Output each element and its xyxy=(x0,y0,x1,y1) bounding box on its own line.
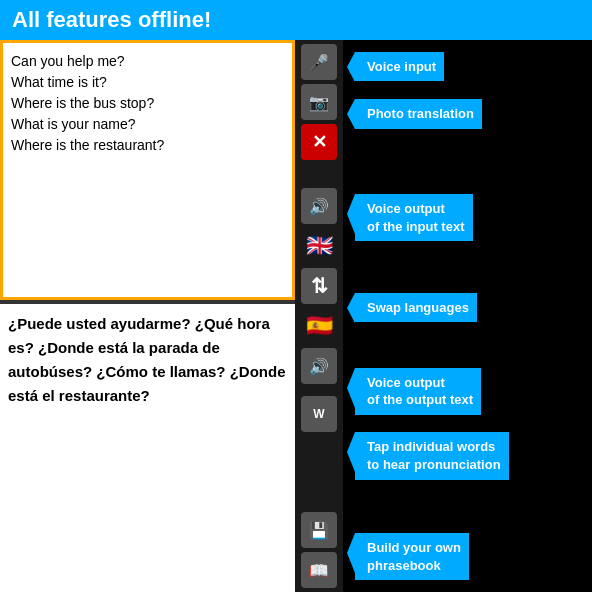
toolbar: 🎤 📷 ✕ 🔊 🇬🇧 ⇅ 🇪🇸 🔊 xyxy=(295,40,343,592)
voice-output-output-label-row: Voice outputof the output text xyxy=(347,368,588,415)
output-text: ¿Puede usted ayudarme? ¿Qué hora es? ¿Do… xyxy=(8,315,286,404)
header-title: All features offline! xyxy=(12,7,211,33)
phrasebook-label-row: Build your ownphrasebook xyxy=(347,533,588,580)
voice-output-output-label: Voice outputof the output text xyxy=(355,368,481,415)
book-button[interactable]: 📖 xyxy=(301,552,337,588)
save-button[interactable]: 💾 xyxy=(301,512,337,548)
labels-panel: Voice input Photo translation Voice outp… xyxy=(343,40,592,592)
tap-words-button[interactable]: W xyxy=(301,396,337,432)
photo-translation-label-row: Photo translation xyxy=(347,99,588,129)
main-area: Can you help me? What time is it? Where … xyxy=(0,40,592,592)
phrasebook-label: Build your ownphrasebook xyxy=(355,533,469,580)
tap-words-icon: W xyxy=(313,407,324,421)
gap1 xyxy=(347,146,588,176)
speaker-input-icon: 🔊 xyxy=(309,197,329,216)
input-text: Can you help me? What time is it? Where … xyxy=(11,53,164,153)
gap3 xyxy=(347,340,588,350)
clear-button[interactable]: ✕ xyxy=(301,124,337,160)
gap2 xyxy=(347,259,588,275)
mic-icon: 🎤 xyxy=(309,53,329,72)
uk-flag-button[interactable]: 🇬🇧 xyxy=(301,228,337,264)
speaker-output-icon: 🔊 xyxy=(309,357,329,376)
voice-input-label: Voice input xyxy=(355,52,444,82)
swap-icon: ⇅ xyxy=(311,274,328,298)
header: All features offline! xyxy=(0,0,592,40)
voice-output-input-label-row: Voice outputof the input text xyxy=(347,194,588,241)
gap4 xyxy=(347,497,588,515)
close-icon: ✕ xyxy=(312,131,327,153)
swap-languages-label-row: Swap languages xyxy=(347,293,588,323)
tap-words-label-row: Tap individual wordsto hear pronunciatio… xyxy=(347,432,588,479)
tap-words-label: Tap individual wordsto hear pronunciatio… xyxy=(355,432,509,479)
mic-button[interactable]: 🎤 xyxy=(301,44,337,80)
save-icon: 💾 xyxy=(309,521,329,540)
swap-button[interactable]: ⇅ xyxy=(301,268,337,304)
spain-flag-button[interactable]: 🇪🇸 xyxy=(301,308,337,344)
speaker-output-button[interactable]: 🔊 xyxy=(301,348,337,384)
uk-flag-icon: 🇬🇧 xyxy=(306,233,333,259)
photo-translation-label: Photo translation xyxy=(355,99,482,129)
voice-output-input-label: Voice outputof the input text xyxy=(355,194,473,241)
voice-input-label-row: Voice input xyxy=(347,52,588,82)
output-area[interactable]: ¿Puede usted ayudarme? ¿Qué hora es? ¿Do… xyxy=(0,304,295,592)
left-panel: Can you help me? What time is it? Where … xyxy=(0,40,295,592)
spain-flag-icon: 🇪🇸 xyxy=(306,313,333,339)
input-area[interactable]: Can you help me? What time is it? Where … xyxy=(0,40,295,300)
book-icon: 📖 xyxy=(309,561,329,580)
speaker-input-button[interactable]: 🔊 xyxy=(301,188,337,224)
camera-icon: 📷 xyxy=(309,93,329,112)
camera-button[interactable]: 📷 xyxy=(301,84,337,120)
swap-languages-label: Swap languages xyxy=(355,293,477,323)
